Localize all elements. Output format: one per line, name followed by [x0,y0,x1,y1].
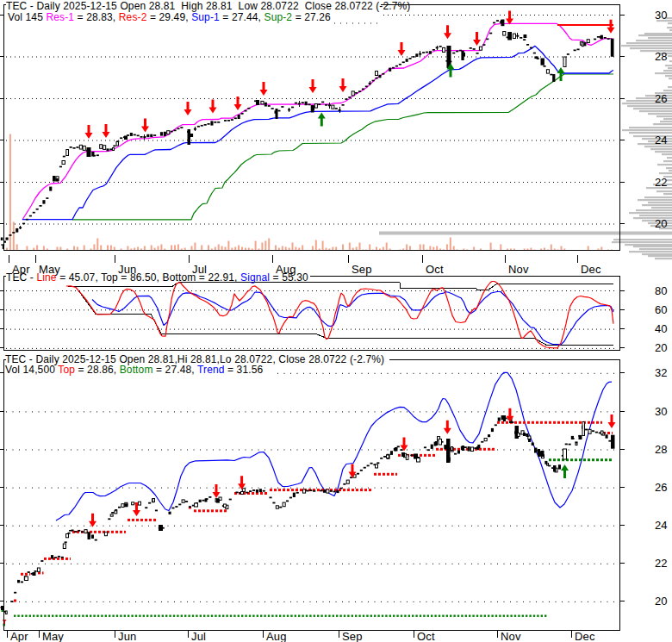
svg-text:60: 60 [655,303,667,316]
svg-text:TEC - Daily 2025-12-15 Open 28: TEC - Daily 2025-12-15 Open 28.81 High 2… [6,0,410,12]
svg-text:Nov: Nov [508,263,529,276]
svg-text:20: 20 [655,217,667,230]
svg-text:22: 22 [655,557,667,570]
svg-text:22: 22 [655,176,667,189]
svg-text:28: 28 [655,50,667,63]
svg-text:Vol 145 Res-1 = 28.83, Res-2 =: Vol 145 Res-1 = 28.83, Res-2 = 29.49, Su… [8,11,331,23]
svg-text:80: 80 [655,284,667,297]
svg-text:Oct: Oct [417,630,435,642]
svg-text:24: 24 [655,519,667,532]
svg-text:Jul: Jul [191,630,206,642]
svg-text:30: 30 [655,9,667,22]
svg-text:Sep: Sep [342,630,363,642]
svg-text:20: 20 [655,595,667,608]
svg-text:Dec: Dec [581,263,601,276]
svg-text:26: 26 [655,481,667,494]
svg-text:32: 32 [655,366,667,379]
svg-text:Nov: Nov [501,630,521,642]
svg-text:TEC - Line = 45.07, Top = 86.5: TEC - Line = 45.07, Top = 86.50, Bottom … [6,271,308,284]
svg-text:40: 40 [655,322,667,335]
svg-text:Dec: Dec [575,630,595,642]
svg-text:24: 24 [655,134,667,146]
svg-text:Jun: Jun [118,630,136,642]
svg-text:20: 20 [655,341,667,354]
svg-text:Sep: Sep [352,263,372,276]
svg-text:30: 30 [655,405,667,418]
svg-text:28: 28 [655,443,667,456]
svg-text:Oct: Oct [426,263,444,276]
svg-text:May: May [42,630,64,642]
svg-text:26: 26 [655,92,667,105]
svg-text:Aug: Aug [266,630,287,642]
svg-text:Vol 14,500 Top = 28.86, Bottom: Vol 14,500 Top = 28.86, Bottom = 27.48, … [5,364,263,376]
svg-text:Apr: Apr [10,630,28,642]
